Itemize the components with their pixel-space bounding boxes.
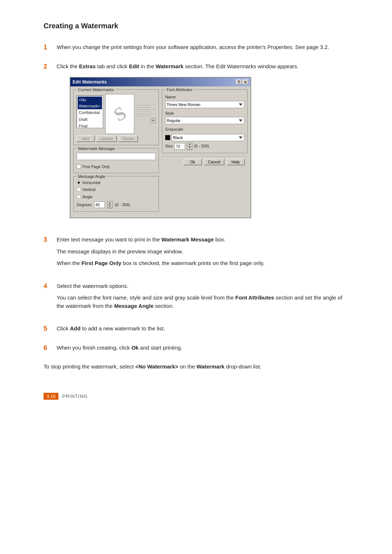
degrees-input[interactable] (94, 201, 105, 208)
help-title-btn[interactable]: ? (236, 80, 242, 85)
preview-letter: S (108, 99, 131, 129)
close-title-btn[interactable]: × (242, 80, 248, 85)
step-3-main: Enter text message you want to print in … (57, 236, 348, 244)
first-page-only-checkbox[interactable] (77, 164, 81, 169)
font-style-select[interactable]: Regular (165, 117, 244, 124)
degrees-row: Degrees ▲ ▼ (0 - 359) (77, 201, 156, 208)
watermark-item-confidential[interactable]: Confidential (78, 109, 102, 116)
step-3-sub1: The message displays in the preview imag… (57, 248, 348, 256)
footer-label: Printing (62, 394, 87, 399)
step-3: 3 Enter text message you want to print i… (44, 236, 348, 271)
step-6-text: When you finish creating, click Ok and s… (57, 345, 182, 351)
preview-line-2 (136, 107, 150, 107)
size-label: Size (165, 143, 173, 149)
watermark-item-final[interactable]: Final (78, 123, 102, 128)
watermark-message-group: Watermark Message First Page Only (73, 148, 159, 173)
step-number-6: 6 (44, 344, 57, 352)
dialog-body: Current Watermarks <No Watermark> Confid… (70, 86, 250, 217)
add-button[interactable]: Add (77, 135, 95, 142)
edit-watermarks-dialog: Edit Watermarks ? × Current Watermarks (70, 77, 251, 218)
step-4-main: Select the watermark options. (57, 282, 348, 290)
step-number-4: 4 (44, 282, 57, 290)
font-attributes-label: Font Attributes (165, 87, 194, 93)
step-5-text: Click Add to add a new watermark to the … (57, 325, 165, 331)
cancel-button[interactable]: Cancel (204, 159, 224, 165)
preview-line-3 (136, 109, 156, 110)
update-button[interactable]: Update (96, 135, 117, 142)
horizontal-radio-row: Horizontal (77, 180, 156, 186)
size-row: Size ▲ ▼ (6 - 200) (165, 143, 244, 150)
step-5: 5 Click Add to add a new watermark to th… (44, 325, 348, 333)
size-down-btn[interactable]: ▼ (187, 146, 192, 150)
degrees-label: Degrees (77, 202, 92, 208)
degrees-down-btn[interactable]: ▼ (107, 205, 113, 208)
step-6: 6 When you finish creating, click Ok and… (44, 344, 348, 352)
font-name-select[interactable]: Times New Roman (165, 101, 244, 108)
step-content-5: Click Add to add a new watermark to the … (57, 325, 348, 333)
preview-line-6 (136, 116, 150, 116)
dialog-left-col: Current Watermarks <No Watermark> Confid… (73, 89, 159, 215)
bottom-note: To stop printing the watermark, select <… (44, 363, 348, 371)
step-4: 4 Select the watermark options. You can … (44, 282, 348, 314)
bottom-note-text: To stop printing the watermark, select <… (44, 363, 261, 370)
preview-plus-btn[interactable]: + (151, 118, 156, 123)
page-footer: 3.16 Printing (44, 393, 348, 400)
step-1-text: When you change the print settings from … (57, 44, 329, 50)
step-4-sub1: You can select the font name, style and … (57, 294, 348, 310)
step-1: 1 When you change the print settings fro… (44, 43, 348, 52)
font-style-label: Style (165, 110, 244, 117)
watermark-list[interactable]: <No Watermark> Confidential Draft Final … (77, 95, 103, 128)
degrees-range: (0 - 359) (115, 202, 130, 208)
size-spinner[interactable]: ▲ ▼ (187, 143, 192, 150)
vertical-radio-row: Vertical (77, 187, 156, 193)
step-number-2: 2 (44, 62, 57, 70)
color-select[interactable]: Black (172, 134, 244, 141)
grayscale-label: Grayscale (165, 126, 244, 133)
step-content-1: When you change the print settings from … (57, 43, 348, 52)
watermark-message-label: Watermark Message (77, 146, 116, 152)
watermark-message-input[interactable] (77, 153, 156, 160)
font-name-label: Name (165, 94, 244, 100)
first-page-only-label: First Page Only (82, 164, 110, 170)
footer-page-number: 3.16 (44, 393, 58, 400)
watermark-item-no-watermark[interactable]: <No Watermark> (78, 97, 102, 109)
first-page-only-row: First Page Only (77, 164, 156, 170)
list-action-buttons: Add Update Delete (77, 135, 156, 142)
step-number-5: 5 (44, 325, 57, 333)
step-number-1: 1 (44, 43, 57, 51)
grayscale-row: Black (165, 134, 244, 141)
size-input[interactable] (174, 143, 185, 150)
horizontal-radio[interactable] (77, 180, 81, 185)
preview-line-4 (136, 111, 150, 112)
vertical-radio[interactable] (77, 187, 81, 192)
message-angle-group: Message Angle Horizontal Vertical (73, 176, 159, 212)
degrees-spinner[interactable]: ▲ ▼ (107, 201, 113, 208)
watermark-preview: S (105, 94, 134, 134)
dialog-wrapper: Edit Watermarks ? × Current Watermarks (70, 77, 348, 218)
size-range: (6 - 200) (194, 143, 209, 149)
vertical-label: Vertical (82, 187, 95, 193)
ok-button[interactable]: Ok (184, 159, 202, 165)
dialog-titlebar: Edit Watermarks ? × (70, 78, 250, 86)
help-button[interactable]: Help (226, 159, 245, 165)
horizontal-label: Horizontal (82, 180, 101, 186)
color-swatch (165, 135, 170, 140)
current-watermarks-group: Current Watermarks <No Watermark> Confid… (73, 89, 159, 145)
dialog-title: Edit Watermarks (73, 79, 107, 85)
font-attributes-group: Font Attributes Name Times New Roman Sty… (162, 89, 248, 153)
dialog-right-col: Font Attributes Name Times New Roman Sty… (162, 89, 248, 215)
angle-radio[interactable] (77, 195, 81, 199)
step-2: 2 Click the Extras tab and click Edit in… (44, 62, 348, 225)
message-angle-label: Message Angle (77, 174, 107, 180)
titlebar-buttons: ? × (236, 80, 248, 85)
delete-button[interactable]: Delete (118, 135, 138, 142)
step-3-sub2: When the First Page Only box is checked,… (57, 259, 348, 268)
step-number-3: 3 (44, 236, 57, 244)
step-content-4: Select the watermark options. You can se… (57, 282, 348, 314)
angle-label: Angle (82, 194, 93, 200)
preview-lines: + (136, 94, 156, 134)
watermark-item-draft[interactable]: Draft (78, 116, 102, 123)
angle-radio-row: Angle (77, 194, 156, 200)
current-watermarks-label: Current Watermarks (77, 87, 115, 93)
step-2-text: Click the Extras tab and click Edit in t… (57, 63, 298, 69)
